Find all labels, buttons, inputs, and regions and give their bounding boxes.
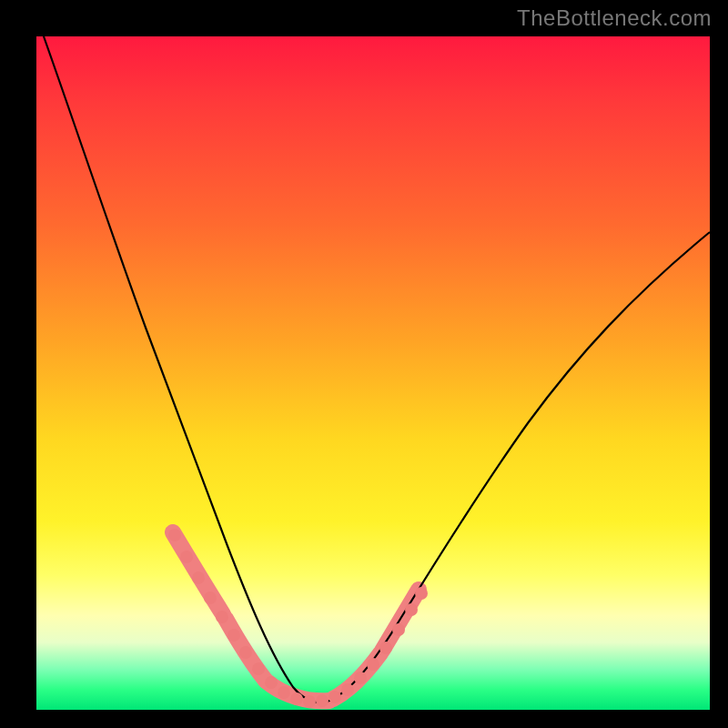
marker-dot bbox=[180, 551, 193, 563]
marker-dot bbox=[341, 683, 354, 696]
curve-svg bbox=[36, 36, 710, 710]
marker-dots bbox=[168, 529, 428, 708]
marker-dot bbox=[415, 587, 428, 600]
plot-area bbox=[36, 36, 710, 710]
marker-dot bbox=[216, 611, 228, 623]
marker-dot bbox=[252, 662, 265, 675]
marker-dot bbox=[405, 603, 418, 616]
marker-dot bbox=[192, 571, 205, 584]
highlight-bands bbox=[173, 532, 419, 701]
watermark-text: TheBottleneck.com bbox=[517, 5, 712, 31]
marker-dot bbox=[265, 676, 278, 689]
marker-dot bbox=[290, 693, 303, 705]
marker-dot bbox=[316, 694, 329, 707]
marker-dot bbox=[329, 691, 341, 703]
bottleneck-curve bbox=[44, 36, 710, 703]
marker-dot bbox=[392, 623, 405, 636]
marker-dot bbox=[228, 629, 240, 642]
marker-dot bbox=[367, 658, 379, 671]
marker-dot bbox=[354, 672, 367, 684]
marker-dot bbox=[303, 695, 316, 708]
chart-frame: TheBottleneck.com bbox=[0, 0, 728, 728]
marker-dot bbox=[239, 646, 252, 659]
marker-dot bbox=[168, 529, 181, 541]
marker-dot bbox=[379, 642, 392, 654]
marker-dot bbox=[204, 592, 217, 604]
marker-dot bbox=[278, 686, 290, 699]
